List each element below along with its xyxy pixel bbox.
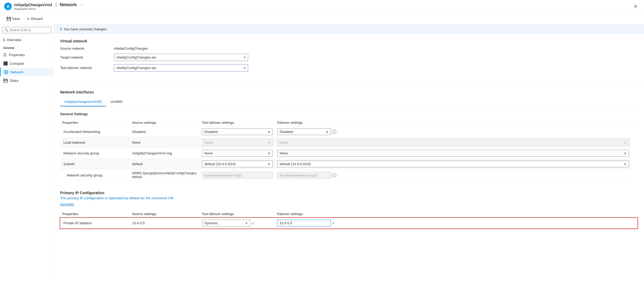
ip-col-source: Source settings: [130, 211, 200, 218]
nic-tab-1[interactable]: rishjaiipchangesvm3292: [60, 97, 106, 106]
content-area: ℹ You have unsaved changes. Virtual netw…: [54, 25, 644, 282]
test-failover-network-dropdown[interactable]: vNetIpConfigChanges-asr ∨: [114, 64, 248, 71]
sidebar-overview-label: Overview: [7, 38, 21, 42]
discard-label: Discard: [31, 17, 43, 21]
discard-button[interactable]: ✕ Discard: [24, 15, 45, 23]
test-checkmark: ✓: [251, 221, 255, 225]
nic-tab-2-label: vm3NIC: [110, 100, 123, 104]
general-settings-title: General Settings: [60, 112, 638, 116]
failover-nsg-sub-value: rg-cleanupservice-nsg11: [280, 173, 318, 177]
search-input[interactable]: [10, 28, 49, 32]
sidebar-disks-label: Disks: [10, 79, 19, 83]
source-accelerated: Disabled: [130, 126, 200, 137]
ip-col-properties: Properties: [60, 211, 130, 218]
test-failover-network-label: Test failover network: [60, 66, 114, 70]
ip-col-test: Test failover settings: [200, 211, 275, 218]
header-subtitle: Replicated items: [14, 7, 84, 10]
virtual-network-title: Virtual network: [60, 39, 638, 43]
more-button[interactable]: ···: [80, 2, 84, 7]
nic-tab-1-label: rishjaiipchangesvm3292: [64, 100, 102, 104]
header-resource: Network: [60, 2, 77, 7]
search-box[interactable]: 🔍: [2, 27, 51, 33]
failover-subnet-dropdown[interactable]: default (10.4.0.0/24) ∨: [277, 161, 629, 167]
col-header-failover: Failover settings: [275, 119, 631, 126]
network-icon: 🌐: [4, 70, 8, 74]
close-button[interactable]: ✕: [631, 2, 640, 11]
ip-config-title: Primary IP Configuration: [60, 191, 638, 195]
sidebar-item-network[interactable]: 🌐 Network: [0, 68, 53, 76]
failover-accelerated-dropdown[interactable]: Disabled ∨: [277, 128, 331, 135]
sidebar-item-overview[interactable]: ℹ Overview: [0, 35, 53, 44]
sidebar-item-compute[interactable]: ⬛ Compute: [0, 59, 53, 68]
test-load-balancer-value: None: [204, 140, 213, 144]
table-row: Load balancer None None ∨ None ∨: [60, 137, 638, 148]
toolbar: 💾 Save ✕ Discard: [0, 13, 644, 25]
private-ip-row: Private IP address 10.4.0.5 Dynamic ∨ ✓: [60, 218, 638, 229]
test-subnet-dropdown[interactable]: default (10.4.0.0/24) ∨: [202, 161, 273, 167]
table-row: Subnet default default (10.4.0.0/24) ∨ d…: [60, 159, 638, 169]
save-button[interactable]: 💾 Save: [4, 15, 22, 23]
failover-nsg-dropdown[interactable]: None ∨: [277, 150, 629, 157]
test-subnet-value: default (10.4.0.0/24): [204, 162, 236, 166]
source-network-row: Source network vNetIpConfigChanges: [60, 46, 638, 50]
unsaved-banner: ℹ You have unsaved changes.: [54, 25, 644, 34]
unsaved-text: You have unsaved changes.: [64, 27, 107, 31]
failover-lb-chevron: ∨: [624, 140, 627, 144]
failover-nsg-value: None: [280, 151, 288, 155]
source-load-balancer: None: [130, 137, 200, 148]
overview-icon: ℹ: [3, 38, 5, 42]
failover-subnet-value: default (10.4.0.0/24): [280, 162, 311, 166]
logo-letter: R: [7, 4, 9, 9]
accelerated-info-icon[interactable]: i: [332, 130, 336, 134]
target-network-value: vNetIpConfigChanges-asr: [116, 55, 157, 59]
prop-accelerated-networking: Accelerated Networking: [60, 126, 130, 137]
save-label: Save: [12, 17, 20, 21]
source-nsg: rishjailpChangesVm3-nsg: [130, 148, 200, 159]
main-layout: 🔍 ℹ Overview General ☰ Properties ⬛ Comp…: [0, 25, 644, 282]
ipconfig-link[interactable]: ipconfig1: [60, 202, 638, 206]
search-icon: 🔍: [5, 28, 9, 32]
source-subnet: default: [130, 159, 200, 169]
virtual-network-section: Virtual network Source network vNetIpCon…: [54, 34, 644, 80]
prop-nsg: Network security group: [60, 148, 130, 159]
table-row: Network security group NRMS-2pecgwj5zson…: [60, 169, 638, 181]
test-subnet-chevron: ∨: [268, 162, 270, 166]
ip-config-table: Properties Source settings Test failover…: [60, 211, 638, 229]
nsg-sub-info-icon[interactable]: i: [332, 173, 336, 177]
prop-load-balancer: Load balancer: [60, 137, 130, 148]
nic-tab-2[interactable]: vm3NIC: [106, 97, 127, 106]
header-logo: R: [4, 3, 12, 10]
test-private-ip-value: Dynamic: [204, 221, 218, 225]
sidebar-item-disks[interactable]: 💾 Disks: [0, 76, 53, 85]
test-accelerated-dropdown[interactable]: Disabled ∨: [202, 128, 273, 135]
source-nsg-sub: NRMS-2pecgwj5zsoncvNetIpConfigChanges-de…: [130, 169, 200, 181]
table-row: Network security group rishjailpChangesV…: [60, 148, 638, 159]
failover-checkmark: ✓: [332, 221, 335, 225]
failover-nsg-sub: rg-cleanupservice-nsg11: [277, 172, 331, 179]
test-private-ip-dropdown[interactable]: Dynamic ∨: [202, 220, 250, 226]
test-private-ip-chevron: ∨: [245, 221, 248, 225]
sidebar-compute-label: Compute: [10, 62, 24, 66]
test-nsg-dropdown[interactable]: None ∨: [202, 150, 273, 157]
vm-name: rishjailpChangesVm3: [14, 3, 52, 7]
sidebar-item-properties[interactable]: ☰ Properties: [0, 50, 53, 59]
col-header-test: Test failover settings: [200, 119, 275, 126]
save-icon: 💾: [6, 17, 11, 21]
target-network-dropdown[interactable]: vNetIpConfigChanges-asr ∨: [114, 54, 248, 61]
table-row: Accelerated Networking Disabled Disabled…: [60, 126, 638, 137]
test-accelerated-chevron: ∨: [268, 130, 270, 134]
prop-nsg-sub: Network security group: [60, 169, 130, 181]
prop-private-ip: Private IP address: [60, 218, 130, 229]
test-failover-network-value: vNetIpConfigChanges-asr: [116, 66, 157, 70]
test-nsg-value: None: [204, 151, 213, 155]
network-interfaces-section: Network interfaces rishjaiipchangesvm329…: [54, 85, 644, 186]
test-nsg-chevron: ∨: [268, 151, 270, 155]
banner-info-icon: ℹ: [60, 27, 61, 31]
failover-subnet-chevron: ∨: [624, 162, 627, 166]
ip-config-section: Primary IP Configuration The primary IP …: [54, 186, 644, 233]
failover-ip-input[interactable]: [277, 220, 331, 226]
header-title-group: rishjailpChangesVm3 | Network ··· Replic…: [14, 2, 84, 10]
test-nsg-sub-value: rg-cleanupservice-nsg11: [204, 173, 243, 177]
top-header: R rishjailpChangesVm3 | Network ··· Repl…: [0, 0, 644, 13]
target-network-label: Target network: [60, 55, 114, 59]
